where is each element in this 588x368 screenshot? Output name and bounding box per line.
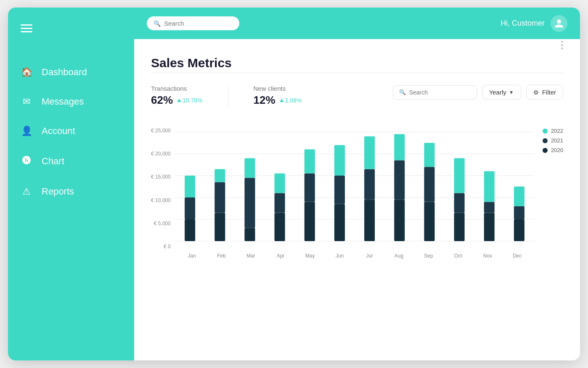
sidebar-item-label: Reports	[42, 186, 74, 197]
sidebar-item-dashboard[interactable]: 🏠 Dashboard	[8, 58, 134, 87]
y-axis-label: € 15,000	[151, 174, 171, 180]
x-axis-label: Feb	[207, 253, 236, 259]
home-icon: 🏠	[21, 67, 32, 78]
chart-search-input[interactable]	[409, 89, 471, 96]
sidebar-item-label: Account	[42, 126, 75, 137]
svg-rect-38	[484, 171, 494, 202]
y-axis-label: € 5,000	[154, 221, 171, 226]
svg-rect-29	[394, 134, 405, 160]
svg-rect-8	[185, 176, 195, 197]
greeting-text: Hi, Customer	[501, 19, 545, 28]
transactions-change: 10.78%	[177, 97, 202, 104]
chart-search-box[interactable]: 🔍	[393, 85, 477, 100]
avatar[interactable]	[551, 15, 567, 32]
page-title: Sales Metrics	[151, 56, 232, 70]
x-axis-label: Oct	[443, 253, 473, 259]
transactions-label: Transactions	[151, 85, 203, 92]
sidebar-item-label: Chart	[42, 156, 64, 167]
x-axis-label: Jun	[325, 253, 355, 259]
sidebar: 🏠 Dashboard ✉ Messages 👤 Account Chart	[8, 8, 134, 360]
hamburger-menu[interactable]	[8, 20, 134, 45]
svg-rect-32	[424, 143, 434, 167]
svg-rect-16	[274, 193, 285, 213]
svg-rect-34	[454, 193, 464, 213]
stats-separator	[228, 87, 228, 108]
content-area: Sales Metrics Transactions 62%	[134, 39, 580, 360]
legend-year: 2021	[551, 137, 563, 144]
svg-rect-27	[394, 200, 405, 241]
account-icon: 👤	[21, 126, 32, 137]
more-options-button[interactable]	[561, 41, 563, 50]
svg-rect-35	[454, 158, 464, 193]
bar-chart-svg	[175, 128, 534, 250]
x-axis-label: Jan	[177, 253, 207, 259]
svg-rect-17	[274, 173, 285, 193]
filter-icon: ⚙	[533, 89, 539, 96]
y-axis-label: € 10,000	[151, 197, 171, 203]
svg-rect-31	[424, 167, 434, 202]
svg-rect-26	[364, 136, 375, 169]
legend-year: 2020	[551, 147, 563, 153]
svg-rect-15	[274, 213, 285, 241]
x-axis-label: May	[295, 253, 325, 259]
sidebar-item-label: Dashboard	[42, 67, 87, 78]
svg-rect-30	[424, 202, 434, 241]
legend-dot	[543, 148, 548, 153]
x-axis-label: Sep	[414, 253, 443, 259]
x-axis-label: Nov	[473, 253, 502, 259]
svg-rect-6	[185, 219, 195, 241]
svg-rect-22	[334, 176, 345, 204]
chart-legend: 202220212020	[543, 128, 563, 259]
new-clients-arrow-up	[280, 99, 284, 102]
svg-rect-10	[215, 182, 225, 213]
legend-dot	[543, 129, 548, 134]
yearly-dropdown-button[interactable]: Yearly ▼	[482, 85, 521, 100]
divider	[151, 73, 563, 73]
header-search-box[interactable]: 🔍	[147, 16, 239, 30]
svg-rect-40	[514, 206, 524, 219]
sidebar-item-messages[interactable]: ✉ Messages	[8, 87, 134, 116]
new-clients-value: 12%	[254, 94, 275, 107]
header-search-input[interactable]	[164, 20, 233, 27]
new-clients-label: New clients	[254, 85, 302, 92]
svg-rect-18	[304, 202, 315, 241]
svg-rect-39	[514, 219, 524, 241]
sidebar-item-reports[interactable]: ⚠ Reports	[8, 177, 134, 206]
chart-controls: 🔍 Yearly ▼ ⚙ Filter	[393, 85, 563, 100]
svg-rect-28	[394, 160, 405, 200]
legend-item: 2020	[543, 147, 563, 153]
y-axis-label: € 20,000	[151, 151, 171, 157]
header-right: Hi, Customer	[501, 15, 567, 32]
x-axis-label: Jul	[355, 253, 384, 259]
svg-rect-9	[215, 213, 225, 241]
header-search-icon: 🔍	[154, 20, 161, 27]
chart-search-icon: 🔍	[399, 89, 406, 95]
legend-item: 2022	[543, 128, 563, 134]
filter-button[interactable]: ⚙ Filter	[526, 85, 563, 100]
svg-rect-37	[484, 202, 494, 213]
transactions-value: 62%	[151, 94, 173, 107]
sidebar-item-account[interactable]: 👤 Account	[8, 116, 134, 146]
x-axis-labels: JanFebMarAprMayJunJulAugSepOctNovDec	[175, 253, 534, 259]
svg-rect-41	[514, 187, 524, 206]
chevron-down-icon: ▼	[509, 89, 514, 95]
legend-year: 2022	[551, 128, 563, 134]
sidebar-item-chart[interactable]: Chart	[8, 146, 134, 177]
messages-icon: ✉	[21, 96, 32, 107]
x-axis-label: Mar	[236, 253, 265, 259]
legend-item: 2021	[543, 137, 563, 144]
svg-rect-14	[244, 158, 255, 178]
x-axis-label: Dec	[503, 253, 532, 259]
svg-rect-24	[364, 200, 375, 241]
svg-rect-21	[334, 204, 345, 241]
header: 🔍 Hi, Customer	[134, 8, 580, 39]
svg-rect-7	[185, 197, 195, 219]
svg-rect-36	[484, 213, 494, 241]
x-axis-label: Apr	[266, 253, 295, 259]
chart-icon	[21, 155, 32, 168]
legend-dot	[543, 138, 548, 143]
x-axis-label: Aug	[384, 253, 413, 259]
y-axis-label: € 25,000	[151, 128, 171, 134]
new-clients-change: 1.08%	[280, 97, 302, 104]
svg-rect-33	[454, 213, 464, 241]
